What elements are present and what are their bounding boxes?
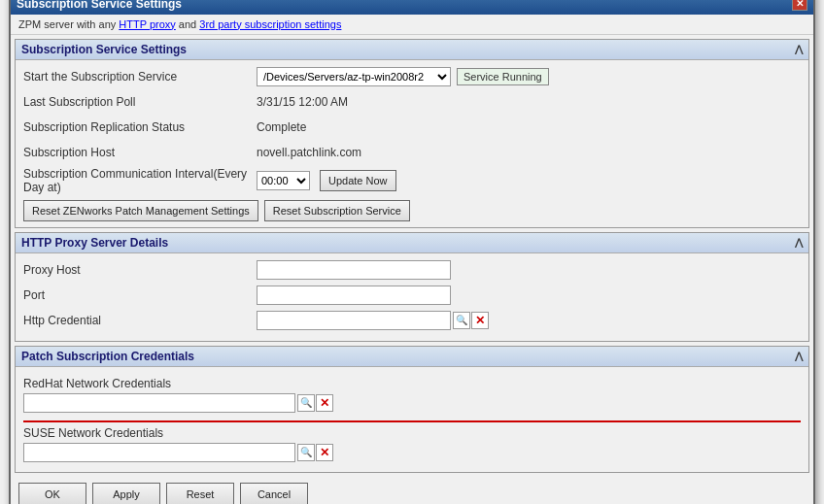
http-credential-clear-icon[interactable]: ✕: [471, 312, 489, 329]
suse-section: SUSE Network Credentials 🔍 ✕: [23, 420, 801, 466]
ok-button[interactable]: OK: [18, 483, 86, 505]
proxy-section-title: HTTP Proxy Server Details: [21, 236, 168, 250]
3rdparty-link[interactable]: 3rd party subscription settings: [199, 18, 341, 30]
subscription-section-header: Subscription Service Settings ⋀: [16, 40, 808, 60]
redhat-clear-icon[interactable]: ✕: [316, 394, 333, 412]
apply-button[interactable]: Apply: [92, 483, 160, 505]
proxy-section: HTTP Proxy Server Details ⋀ Proxy Host P…: [15, 232, 809, 342]
port-label: Port: [23, 288, 257, 302]
interval-label: Subscription Communication Interval(Ever…: [23, 167, 257, 194]
update-now-button[interactable]: Update Now: [320, 170, 396, 191]
port-row: Port: [23, 285, 801, 306]
http-credential-search-icon[interactable]: 🔍: [453, 312, 470, 329]
suse-search-icon[interactable]: 🔍: [297, 444, 315, 461]
subtitle-text: ZPM server with any HTTP proxy and 3rd p…: [18, 18, 341, 30]
interval-row: Subscription Communication Interval(Ever…: [23, 167, 801, 194]
reset-button[interactable]: Reset: [166, 483, 234, 505]
start-service-label: Start the Subscription Service: [23, 70, 257, 84]
footer-buttons: OK Apply Reset Cancel: [11, 477, 813, 505]
redhat-search-icon[interactable]: 🔍: [297, 394, 315, 412]
proxy-host-label: Proxy Host: [23, 263, 257, 277]
redhat-section: RedHat Network Credentials 🔍 ✕: [23, 373, 801, 417]
subscription-btn-row: Reset ZENworks Patch Management Settings…: [23, 200, 801, 221]
http-credential-row: Http Credential 🔍 ✕: [23, 310, 801, 331]
proxy-collapse-icon[interactable]: ⋀: [795, 237, 803, 248]
credentials-section-header: Patch Subscription Credentials ⋀: [16, 347, 808, 367]
redhat-cred-row: 🔍 ✕: [23, 393, 801, 413]
subscription-collapse-icon[interactable]: ⋀: [795, 44, 803, 54]
replication-row: Subscription Replication Status Complete: [23, 117, 801, 138]
host-label: Subscription Host: [23, 146, 257, 159]
subscription-section: Subscription Service Settings ⋀ Start th…: [15, 39, 809, 228]
last-poll-value: 3/31/15 12:00 AM: [257, 95, 348, 109]
reset-subscription-button[interactable]: Reset Subscription Service: [264, 200, 410, 221]
interval-select[interactable]: 00:00: [257, 171, 310, 190]
port-input[interactable]: [257, 286, 451, 305]
host-row: Subscription Host novell.patchlink.com: [23, 142, 801, 163]
credentials-section-content: RedHat Network Credentials 🔍 ✕ SUSE Netw…: [16, 367, 808, 472]
subscription-section-title: Subscription Service Settings: [21, 43, 187, 56]
suse-label: SUSE Network Credentials: [23, 426, 801, 440]
host-value: novell.patchlink.com: [257, 146, 361, 159]
title-bar: Subscription Service Settings ✕: [11, 0, 813, 15]
subscription-section-content: Start the Subscription Service /Devices/…: [16, 60, 808, 227]
service-status-badge: Service Running: [457, 68, 549, 85]
http-proxy-link[interactable]: HTTP proxy: [119, 18, 175, 30]
close-button[interactable]: ✕: [792, 0, 807, 11]
proxy-host-input[interactable]: [257, 260, 451, 280]
replication-label: Subscription Replication Status: [23, 120, 257, 134]
credentials-section-title: Patch Subscription Credentials: [21, 350, 194, 363]
credentials-collapse-icon[interactable]: ⋀: [795, 351, 803, 361]
main-dialog: Subscription Service Settings ✕ ZPM serv…: [9, 0, 815, 504]
http-credential-input[interactable]: [257, 311, 451, 330]
suse-clear-icon[interactable]: ✕: [316, 444, 333, 461]
proxy-section-content: Proxy Host Port Http Credential 🔍 ✕: [16, 253, 808, 341]
suse-cred-row: 🔍 ✕: [23, 443, 801, 462]
replication-value: Complete: [257, 120, 306, 134]
last-poll-row: Last Subscription Poll 3/31/15 12:00 AM: [23, 91, 801, 113]
start-service-row: Start the Subscription Service /Devices/…: [23, 66, 801, 87]
subtitle: ZPM server with any HTTP proxy and 3rd p…: [11, 15, 813, 35]
suse-credential-input[interactable]: [23, 443, 295, 462]
redhat-credential-input[interactable]: [23, 393, 295, 413]
http-credential-label: Http Credential: [23, 314, 257, 327]
dialog-title: Subscription Service Settings: [17, 0, 182, 11]
proxy-host-row: Proxy Host: [23, 259, 801, 281]
cancel-button[interactable]: Cancel: [240, 483, 308, 505]
redhat-label: RedHat Network Credentials: [23, 377, 801, 390]
proxy-section-header: HTTP Proxy Server Details ⋀: [16, 233, 808, 253]
start-service-select[interactable]: /Devices/Servers/az-tp-win2008r2: [257, 67, 451, 86]
last-poll-label: Last Subscription Poll: [23, 95, 257, 109]
reset-zenworks-button[interactable]: Reset ZENworks Patch Management Settings: [23, 200, 258, 221]
credentials-section: Patch Subscription Credentials ⋀ RedHat …: [15, 346, 809, 473]
